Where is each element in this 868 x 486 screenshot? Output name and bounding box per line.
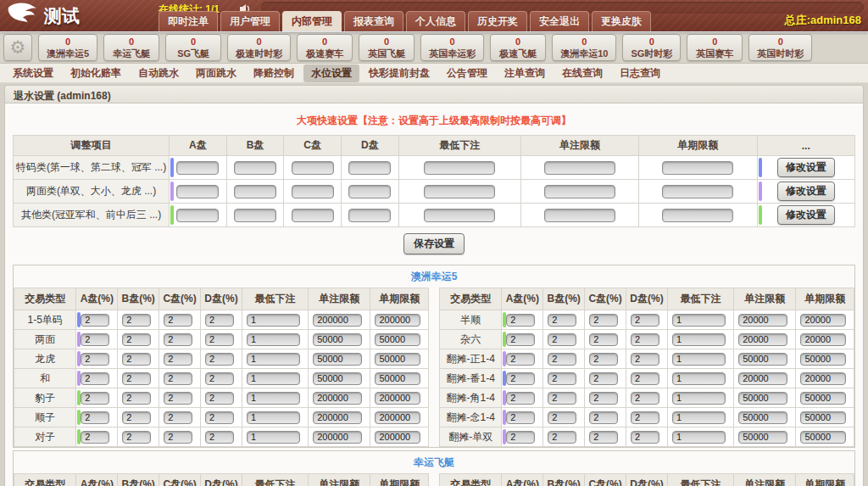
limit-input[interactable]: [164, 431, 192, 444]
modify-settings-button[interactable]: 修改设置: [777, 205, 835, 225]
quick-input[interactable]: [348, 161, 391, 175]
limit-input[interactable]: [81, 392, 109, 405]
quick-input[interactable]: [662, 209, 733, 222]
submenu-item-3[interactable]: 两面跳水: [188, 64, 244, 82]
limit-input[interactable]: [548, 333, 576, 346]
limit-input[interactable]: [800, 392, 846, 405]
limit-input[interactable]: [313, 392, 362, 405]
limit-input[interactable]: [375, 353, 420, 366]
submenu-item-2[interactable]: 自动跳水: [131, 64, 186, 82]
nav-tab-0[interactable]: 即时注单: [159, 11, 218, 31]
submenu-item-0[interactable]: 系统设置: [5, 64, 61, 82]
limit-input[interactable]: [672, 372, 726, 385]
limit-input[interactable]: [81, 411, 109, 424]
limit-input[interactable]: [738, 314, 787, 327]
nav-tab-1[interactable]: 用户管理: [220, 11, 280, 31]
game-tab-9[interactable]: 0SG时时彩: [622, 34, 681, 61]
modify-settings-button[interactable]: 修改设置: [777, 182, 835, 201]
quick-input[interactable]: [424, 161, 495, 175]
limit-input[interactable]: [589, 372, 618, 385]
nav-tab-6[interactable]: 安全退出: [530, 11, 589, 31]
quick-input[interactable]: [234, 185, 276, 198]
limit-input[interactable]: [631, 431, 659, 444]
game-tab-3[interactable]: 0极速时时彩: [227, 34, 291, 61]
limit-input[interactable]: [672, 314, 726, 327]
limit-input[interactable]: [375, 333, 420, 346]
limit-input[interactable]: [672, 333, 726, 346]
quick-input[interactable]: [348, 209, 391, 222]
limit-input[interactable]: [375, 431, 420, 444]
quick-input[interactable]: [234, 209, 276, 222]
limit-input[interactable]: [631, 392, 659, 405]
limit-input[interactable]: [506, 431, 535, 444]
nav-tab-5[interactable]: 历史开奖: [468, 11, 527, 31]
nav-tab-4[interactable]: 个人信息: [406, 11, 465, 31]
limit-input[interactable]: [506, 392, 535, 405]
limit-input[interactable]: [164, 392, 192, 405]
limit-input[interactable]: [738, 333, 787, 346]
submenu-item-1[interactable]: 初始化赔率: [63, 64, 129, 82]
quick-input[interactable]: [292, 185, 334, 198]
limit-input[interactable]: [506, 411, 535, 424]
limit-input[interactable]: [247, 333, 300, 346]
limit-input[interactable]: [589, 431, 618, 444]
limit-input[interactable]: [247, 372, 300, 385]
limit-input[interactable]: [631, 314, 659, 327]
limit-input[interactable]: [205, 333, 234, 346]
quick-input[interactable]: [424, 209, 495, 222]
limit-input[interactable]: [506, 353, 535, 366]
nav-tab-7[interactable]: 更换皮肤: [592, 11, 651, 31]
limit-input[interactable]: [589, 353, 618, 366]
limit-input[interactable]: [205, 314, 234, 327]
quick-input[interactable]: [292, 161, 334, 175]
limit-input[interactable]: [122, 333, 151, 346]
limit-input[interactable]: [375, 411, 420, 424]
limit-input[interactable]: [738, 353, 787, 366]
nav-tab-2[interactable]: 内部管理: [282, 11, 342, 31]
game-tab-2[interactable]: 0SG飞艇: [165, 34, 221, 61]
limit-input[interactable]: [247, 411, 300, 424]
limit-input[interactable]: [313, 333, 362, 346]
limit-input[interactable]: [800, 372, 846, 385]
section-title-link[interactable]: 幸运飞艇: [14, 451, 854, 473]
quick-input[interactable]: [176, 185, 219, 198]
limit-input[interactable]: [81, 372, 109, 385]
submenu-item-6[interactable]: 快彩提前封盘: [361, 64, 437, 82]
quick-input[interactable]: [176, 209, 219, 222]
quick-input[interactable]: [662, 185, 733, 198]
limit-input[interactable]: [247, 353, 300, 366]
limit-input[interactable]: [738, 372, 787, 385]
game-tab-4[interactable]: 0极速赛车: [297, 34, 353, 61]
limit-input[interactable]: [205, 372, 234, 385]
limit-input[interactable]: [122, 392, 151, 405]
limit-input[interactable]: [81, 353, 109, 366]
section-title-link[interactable]: 澳洲幸运5: [14, 265, 854, 288]
game-tab-5[interactable]: 0英国飞艇: [359, 34, 415, 61]
submenu-item-4[interactable]: 降赔控制: [246, 64, 302, 82]
limit-input[interactable]: [672, 411, 726, 424]
limit-input[interactable]: [548, 392, 576, 405]
quick-input[interactable]: [424, 185, 495, 198]
limit-input[interactable]: [81, 333, 109, 346]
limit-input[interactable]: [205, 431, 234, 444]
limit-input[interactable]: [375, 392, 420, 405]
limit-input[interactable]: [506, 372, 535, 385]
limit-input[interactable]: [205, 411, 234, 424]
submenu-item-9[interactable]: 在线查询: [554, 64, 610, 82]
limit-input[interactable]: [247, 431, 300, 444]
limit-input[interactable]: [247, 314, 300, 327]
limit-input[interactable]: [122, 353, 151, 366]
limit-input[interactable]: [548, 353, 576, 366]
limit-input[interactable]: [122, 372, 151, 385]
limit-input[interactable]: [589, 314, 618, 327]
submenu-item-7[interactable]: 公告管理: [439, 64, 495, 82]
limit-input[interactable]: [247, 392, 300, 405]
quick-input[interactable]: [544, 185, 615, 198]
submenu-item-8[interactable]: 注单查询: [497, 64, 553, 82]
limit-input[interactable]: [313, 431, 362, 444]
limit-input[interactable]: [548, 431, 576, 444]
save-settings-button[interactable]: 保存设置: [403, 233, 465, 254]
quick-input[interactable]: [544, 209, 615, 222]
game-tab-10[interactable]: 0英国赛车: [687, 34, 743, 61]
quick-input[interactable]: [176, 161, 219, 175]
